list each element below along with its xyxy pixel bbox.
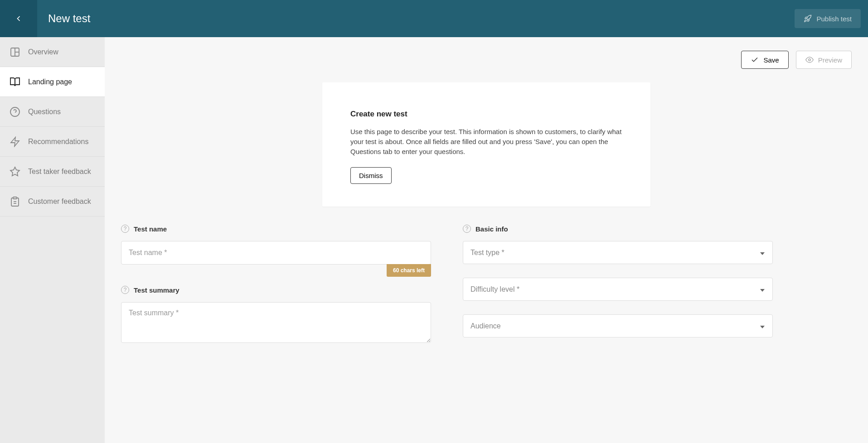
form-right-column: ? Basic info Test type * Difficulty leve…	[463, 225, 773, 351]
sidebar-item-test-taker-feedback[interactable]: Test taker feedback	[0, 157, 105, 187]
basic-info-label-row: ? Basic info	[463, 225, 773, 233]
svg-point-3	[10, 107, 19, 116]
dismiss-button[interactable]: Dismiss	[350, 167, 392, 184]
form-area: ? Test name 60 chars left ? Test summary	[105, 225, 789, 351]
sidebar-item-label: Test taker feedback	[28, 168, 91, 176]
svg-marker-6	[10, 167, 19, 176]
main-content: Save Preview Create new test Use this pa…	[105, 37, 868, 443]
svg-point-10	[808, 59, 810, 61]
info-card: Create new test Use this page to describ…	[322, 82, 650, 207]
save-label: Save	[763, 56, 779, 64]
test-summary-textarea[interactable]	[121, 302, 431, 343]
chars-left-badge: 60 chars left	[387, 264, 431, 277]
help-icon[interactable]: ?	[121, 225, 129, 233]
sidebar-item-label: Questions	[28, 108, 61, 116]
difficulty-level-select[interactable]: Difficulty level *	[463, 278, 773, 301]
svg-rect-7	[13, 197, 17, 199]
question-circle-icon	[9, 106, 21, 118]
star-icon	[9, 166, 21, 178]
svg-marker-5	[11, 137, 19, 146]
clipboard-icon	[9, 196, 21, 207]
sidebar: Overview Landing page Questions Recommen…	[0, 37, 105, 443]
sidebar-item-label: Customer feedback	[28, 197, 91, 206]
save-button[interactable]: Save	[741, 51, 788, 69]
form-left-column: ? Test name 60 chars left ? Test summary	[121, 225, 431, 351]
chevron-left-icon	[14, 14, 23, 23]
audience-select[interactable]: Audience	[463, 314, 773, 337]
char-counter-row: 60 chars left	[121, 264, 431, 277]
sidebar-item-customer-feedback[interactable]: Customer feedback	[0, 187, 105, 217]
test-type-select[interactable]: Test type *	[463, 241, 773, 264]
publish-label: Publish test	[816, 15, 852, 23]
eye-icon	[805, 56, 814, 64]
book-open-icon	[9, 76, 21, 88]
check-icon	[751, 56, 759, 64]
test-name-input[interactable]	[121, 241, 431, 265]
test-name-label-row: ? Test name	[121, 225, 431, 233]
basic-info-label: Basic info	[475, 225, 508, 233]
back-button[interactable]	[0, 0, 37, 37]
sidebar-item-questions[interactable]: Questions	[0, 97, 105, 127]
sidebar-item-recommendations[interactable]: Recommendations	[0, 127, 105, 157]
sidebar-item-label: Landing page	[28, 78, 72, 86]
header-left: New test	[0, 0, 90, 37]
test-summary-label: Test summary	[134, 286, 179, 294]
sidebar-item-label: Recommendations	[28, 138, 88, 146]
info-card-body: Use this page to describe your test. Thi…	[350, 127, 622, 156]
help-icon[interactable]: ?	[121, 286, 129, 294]
app-header: New test Publish test	[0, 0, 868, 37]
info-card-title: Create new test	[350, 110, 622, 119]
test-summary-label-row: ? Test summary	[121, 286, 431, 294]
rocket-icon	[804, 14, 812, 23]
bolt-icon	[9, 136, 21, 148]
preview-label: Preview	[818, 56, 842, 64]
publish-test-button[interactable]: Publish test	[795, 9, 861, 28]
help-icon[interactable]: ?	[463, 225, 471, 233]
test-name-label: Test name	[134, 225, 167, 233]
page-title: New test	[48, 12, 90, 25]
sidebar-item-label: Overview	[28, 48, 58, 56]
toolbar: Save Preview	[105, 37, 868, 78]
sidebar-item-landing-page[interactable]: Landing page	[0, 67, 105, 97]
sidebar-item-overview[interactable]: Overview	[0, 37, 105, 67]
layout-icon	[9, 46, 21, 58]
preview-button[interactable]: Preview	[796, 51, 852, 69]
